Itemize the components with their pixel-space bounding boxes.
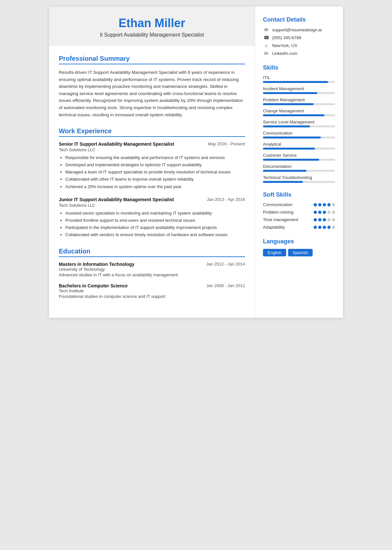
skill-item: Communication [263,131,335,138]
contact-container: ✉support@resumedesign.ai☎(555) 345-6789⌂… [263,27,335,56]
list-item: Responsible for ensuring the availabilit… [65,154,245,161]
dot [332,203,335,206]
skill-name: Customer Service [263,153,335,158]
resume-wrapper: Ethan Miller It Support Availability Man… [49,7,343,318]
skills-container: ITIL Incident Management Problem Managem… [263,75,335,183]
dot [314,203,317,206]
professional-summary-title: Professional Summary [59,55,245,64]
dot [314,218,317,221]
edu-degree: Masters in Information Technology [59,262,135,267]
contact-item: inLinkedIn.com [263,51,335,56]
left-column: Ethan Miller It Support Availability Man… [49,7,255,318]
contact-item: ✉support@resumedesign.ai [263,27,335,32]
job-title: Junior IT Support Availability Managemen… [59,197,174,202]
dot [327,203,331,206]
skill-bar-bg [263,159,335,161]
soft-skills-container: CommunicationProblem-solvingTime managem… [263,202,335,230]
job-date: May 2016 - Present [208,141,245,146]
dot [314,226,317,229]
skill-item: ITIL [263,75,335,83]
soft-skill-item: Adaptability [263,225,335,230]
summary-text: Results-driven IT Support Availability M… [59,69,245,118]
contact-section: Contact Details ✉support@resumedesign.ai… [263,16,335,56]
contact-text: support@resumedesign.ai [272,27,322,32]
contact-icon: ☎ [263,35,270,40]
list-item: Managed a team of IT support specialists… [65,169,245,176]
skill-name: Analytical [263,142,335,147]
skill-name: Communication [263,131,335,136]
edu-date: Jan 2012 - Jan 2014 [206,262,245,267]
contact-item: ⌂NewYork, US [263,43,335,48]
skill-bar-bg [263,103,335,105]
dot [327,211,331,214]
edu-degree: Bachelors in Computer Science [59,283,128,288]
skill-item: Service Level Management [263,120,335,127]
contact-icon: ✉ [263,27,270,32]
skill-bar-fill [263,81,328,83]
skill-item: Customer Service [263,153,335,161]
edu-description: Advanced studies in IT with a focus on a… [59,272,245,277]
dot [327,218,331,221]
dot [318,226,321,229]
list-item: Collaborated with vendors to ensure time… [65,231,245,238]
skill-bar-fill [263,103,314,105]
skill-bar-bg [263,181,335,183]
skill-bar-bg [263,125,335,127]
skill-name: Incident Management [263,86,335,91]
soft-skill-name: Time management [263,217,298,222]
skill-item: Technical Troubleshooting [263,175,335,183]
dot [327,226,331,229]
dots-container [314,203,335,206]
skill-item: Documentation [263,164,335,172]
skill-name: ITIL [263,75,335,80]
soft-skill-item: Time management [263,217,335,222]
skill-item: Incident Management [263,86,335,94]
dot [314,211,317,214]
edu-institution: University of Technology [59,267,245,272]
soft-skill-name: Problem-solving [263,210,293,215]
dot [332,226,335,229]
candidate-name: Ethan Miller [56,16,248,30]
job-bullets: Assisted senior specialists in monitorin… [59,210,245,238]
job-bullets: Responsible for ensuring the availabilit… [59,154,245,190]
skill-bar-bg [263,81,335,83]
list-item: Achieved a 20% increase in system uptime… [65,183,245,190]
soft-skills-title: Soft Skills [263,191,335,198]
dot [323,211,326,214]
job-entry: Junior IT Support Availability Managemen… [59,197,245,238]
edu-header: Bachelors in Computer Science Jan 2008 -… [59,283,245,288]
contact-title: Contact Details [263,16,335,23]
skill-bar-fill [263,125,310,127]
dot [318,211,321,214]
professional-summary-section: Professional Summary Results-driven IT S… [59,55,245,118]
skill-bar-fill [263,159,319,161]
work-experience-section: Work Experience Senior IT Support Availa… [59,127,245,238]
dots-container [314,211,335,214]
soft-skill-item: Communication [263,202,335,207]
skill-name: Technical Troubleshooting [263,175,335,180]
edu-date: Jan 2008 - Jan 2012 [206,283,245,288]
dots-container [314,226,335,229]
skills-title: Skills [263,64,335,71]
skill-name: Service Level Management [263,120,335,124]
education-title: Education [59,248,245,257]
candidate-title: It Support Availability Management Speci… [56,32,248,38]
contact-text: (555) 345-6789 [272,35,301,40]
skill-bar-bg [263,114,335,116]
job-date: Jan 2013 - Apr 2016 [207,197,245,202]
job-entry: Senior IT Support Availability Managemen… [59,141,245,190]
dot [323,218,326,221]
skill-item: Analytical [263,142,335,150]
soft-skill-item: Problem-solving [263,210,335,215]
contact-icon: ⌂ [263,43,270,48]
contact-icon: in [263,51,270,56]
skill-name: Change Management [263,108,335,113]
work-experience-title: Work Experience [59,127,245,137]
right-column: Contact Details ✉support@resumedesign.ai… [255,7,343,318]
edu-header: Masters in Information Technology Jan 20… [59,262,245,267]
skill-bar-fill [263,137,321,138]
jobs-container: Senior IT Support Availability Managemen… [59,141,245,238]
soft-skill-name: Communication [263,202,292,207]
skill-bar-bg [263,170,335,172]
languages-section: Languages EnglishSpanish [263,238,335,256]
